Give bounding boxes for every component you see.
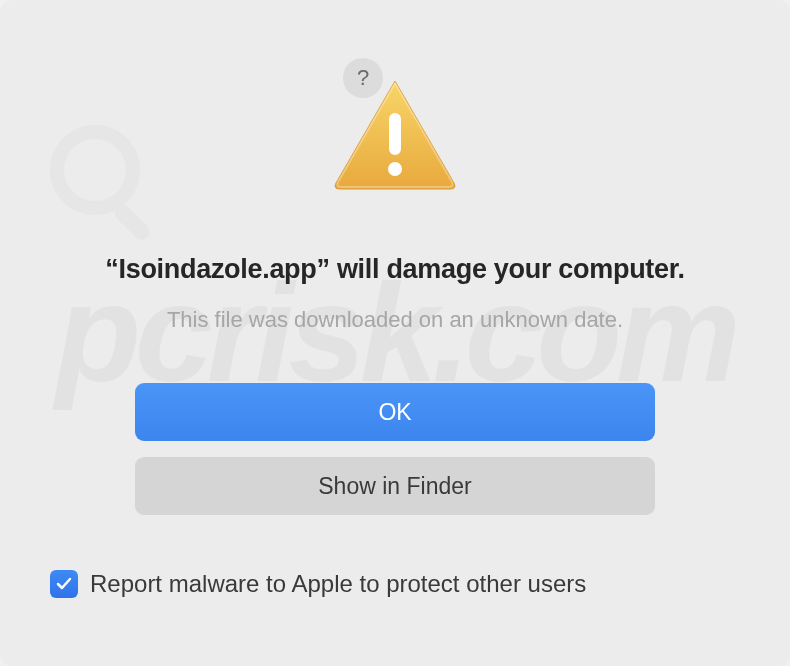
svg-point-0 xyxy=(57,132,133,208)
svg-point-3 xyxy=(388,162,402,176)
button-group: OK Show in Finder xyxy=(135,383,655,515)
show-in-finder-button[interactable]: Show in Finder xyxy=(135,457,655,515)
checkmark-icon xyxy=(55,575,73,593)
svg-rect-1 xyxy=(112,202,153,243)
svg-rect-2 xyxy=(389,113,401,155)
watermark-magnifier-icon xyxy=(45,120,175,254)
dialog-subtext: This file was downloaded on an unknown d… xyxy=(167,307,623,333)
report-malware-label: Report malware to Apple to protect other… xyxy=(90,570,586,598)
report-malware-row: Report malware to Apple to protect other… xyxy=(50,570,586,598)
ok-button[interactable]: OK xyxy=(135,383,655,441)
warning-icon xyxy=(330,75,460,199)
dialog-headline: “Isoindazole.app” will damage your compu… xyxy=(105,254,684,285)
warning-dialog: pcrisk.com ? “Isoindazole.app” will dama… xyxy=(0,0,790,666)
report-malware-checkbox[interactable] xyxy=(50,570,78,598)
